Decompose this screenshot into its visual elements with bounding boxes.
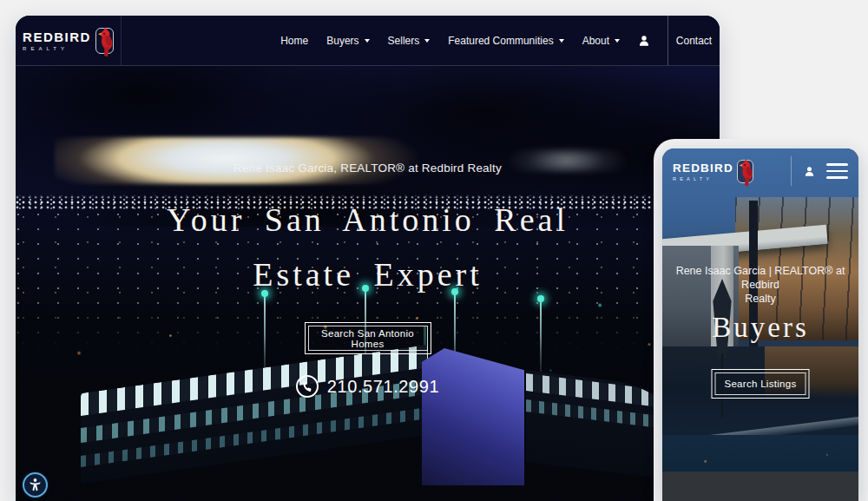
nav-item-contact[interactable]: Contact [667, 16, 720, 65]
mobile-brand-logo[interactable]: REDBIRD REALTY [673, 160, 753, 183]
nav-item-about[interactable]: About [582, 35, 620, 47]
desktop-hero-overlay: Rene Isaac Garcia, REALTOR® at Redbird R… [16, 66, 720, 501]
nav-label: About [582, 35, 609, 47]
brand-logo[interactable]: REDBIRD REALTY [16, 16, 122, 65]
chevron-down-icon [365, 39, 370, 43]
brand-subtitle: REALTY [23, 46, 91, 51]
search-listings-button[interactable]: Search Listings [712, 369, 810, 399]
nav-label: Contact [676, 35, 712, 47]
mobile-account-button[interactable] [804, 166, 815, 177]
accessibility-icon [28, 478, 43, 492]
desktop-mockup: REDBIRD REALTY Home Buyers Sellers [16, 16, 720, 501]
agent-tagline-line1: Rene Isaac Garcia | REALTOR® at Redbird [662, 264, 858, 292]
brand-wordmark: REDBIRD REALTY [673, 162, 733, 181]
header-divider [791, 156, 792, 186]
chevron-down-icon [615, 39, 620, 43]
nav-item-buyers[interactable]: Buyers [326, 35, 369, 47]
brand-subtitle: REALTY [673, 176, 733, 181]
cardinal-bird-icon [95, 28, 114, 54]
mobile-header: REDBIRD REALTY [662, 148, 858, 194]
nav-label: Featured Communities [448, 35, 553, 47]
agent-tagline: Rene Isaac Garcia | REALTOR® at Redbird … [662, 264, 858, 306]
account-button[interactable] [638, 35, 650, 47]
agent-tagline-line2: Realty [662, 292, 858, 306]
hero-title-line1: Your San Antonio Real [16, 193, 720, 247]
nav-item-home[interactable]: Home [280, 35, 308, 47]
nav-item-sellers[interactable]: Sellers [388, 35, 431, 47]
brand-name: REDBIRD [673, 162, 733, 175]
desktop-hero: Rene Isaac Garcia, REALTOR® at Redbird R… [16, 66, 720, 501]
chevron-down-icon [559, 39, 564, 43]
accessibility-widget-button[interactable] [23, 472, 48, 498]
brand-name: REDBIRD [23, 30, 91, 43]
search-homes-button[interactable]: Search San Antonio Homes [305, 322, 431, 354]
agent-tagline: Rene Isaac Garcia, REALTOR® at Redbird R… [16, 162, 720, 175]
nav-label: Home [280, 35, 308, 47]
menu-icon[interactable] [826, 163, 848, 179]
cardinal-bird-icon [737, 160, 753, 183]
mobile-mockup: REDBIRD REALTY Rene Isaac Garcia [662, 148, 858, 501]
nav-item-featured-communities[interactable]: Featured Communities [448, 35, 563, 47]
page-background: REDBIRD REALTY Home Buyers Sellers [0, 0, 868, 501]
nav-label: Buyers [326, 35, 358, 47]
hero-title: Your San Antonio Real Estate Expert [16, 193, 720, 302]
person-icon [638, 35, 650, 47]
desktop-header: REDBIRD REALTY Home Buyers Sellers [16, 16, 720, 66]
person-icon [804, 166, 815, 177]
nav-label: Sellers [388, 35, 420, 47]
phone-number: 210.571.2991 [327, 377, 440, 397]
phone-row[interactable]: 210.571.2991 [16, 375, 720, 398]
desktop-nav: Home Buyers Sellers Featured Communities… [280, 16, 650, 65]
brand-wordmark: REDBIRD REALTY [23, 30, 91, 51]
mobile-mockup-frame: REDBIRD REALTY Rene Isaac Garcia [654, 139, 868, 501]
chevron-down-icon [424, 39, 430, 43]
mobile-hero-title: Buyers [662, 312, 858, 344]
mobile-hero-overlay: Rene Isaac Garcia | REALTOR® at Redbird … [662, 148, 858, 501]
hero-title-line2: Estate Expert [16, 247, 720, 302]
phone-icon [296, 375, 319, 398]
